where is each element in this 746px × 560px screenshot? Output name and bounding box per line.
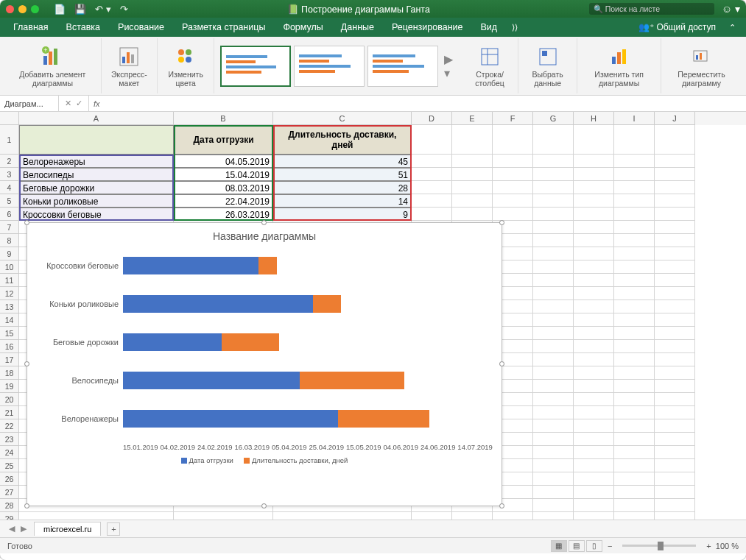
- col-A[interactable]: A: [19, 112, 174, 125]
- styles-next-icon[interactable]: ▶▾: [441, 46, 456, 87]
- resize-handle[interactable]: [24, 503, 29, 508]
- cell-C1[interactable]: Длительность доставки, дней: [273, 125, 412, 155]
- chart-bar-series2[interactable]: [258, 257, 277, 274]
- view-normal-icon[interactable]: ▦: [551, 540, 567, 552]
- chart-category-label: Велосипеды: [33, 376, 119, 385]
- chart-bar-series1[interactable]: [123, 333, 222, 351]
- cell-C5[interactable]: 14: [273, 194, 412, 208]
- resize-handle[interactable]: [499, 220, 504, 225]
- chart-object[interactable]: Название диаграммы Кроссовки беговые Кон…: [27, 222, 502, 506]
- cell-C6[interactable]: 9: [273, 208, 412, 221]
- move-chart-button[interactable]: Переместить диаграмму: [661, 38, 742, 93]
- col-I[interactable]: I: [614, 112, 655, 125]
- cell-C3[interactable]: 51: [273, 168, 412, 181]
- redo-icon[interactable]: ↷: [120, 4, 128, 15]
- tab-first-icon[interactable]: ◀: [6, 524, 18, 534]
- resize-handle[interactable]: [24, 220, 29, 225]
- grid[interactable]: A B C D E F G H I J 1 Дата отгрузки Длит…: [0, 112, 746, 520]
- chart-bar-series1[interactable]: [123, 295, 313, 313]
- sheet-tab-1[interactable]: microexcel.ru: [34, 522, 101, 536]
- zoom-in-button[interactable]: +: [706, 542, 711, 550]
- name-box[interactable]: Диаграм...: [0, 96, 59, 111]
- chart-bar-series1[interactable]: [123, 372, 300, 389]
- cell-C4[interactable]: 28: [273, 181, 412, 194]
- col-H[interactable]: H: [574, 112, 614, 125]
- chart-legend[interactable]: Дата отгрузки Длительность доставки, дне…: [27, 456, 502, 464]
- cell-A6[interactable]: Кроссовки беговые: [19, 208, 174, 221]
- confirm-icon[interactable]: ✓: [76, 99, 82, 108]
- col-J[interactable]: J: [655, 112, 695, 125]
- chart-style-1[interactable]: [220, 46, 291, 87]
- cell-C2[interactable]: 45: [273, 155, 412, 168]
- chart-bar-series2[interactable]: [300, 372, 404, 389]
- menu-view[interactable]: Вид: [474, 19, 505, 35]
- add-chart-element-button[interactable]: + Добавить элемент диаграммы: [4, 38, 102, 93]
- cell-B4[interactable]: 08.03.2019: [174, 181, 273, 194]
- view-page-break-icon[interactable]: ▯: [586, 540, 602, 552]
- view-page-layout-icon[interactable]: ▤: [569, 540, 585, 552]
- save-icon[interactable]: 💾: [74, 4, 86, 15]
- quick-layout-button[interactable]: Экспресс-макет: [102, 38, 158, 93]
- chart-style-2[interactable]: [294, 46, 365, 87]
- autosave-icon[interactable]: 📄: [54, 4, 66, 15]
- col-D[interactable]: D: [412, 112, 452, 125]
- change-chart-type-button[interactable]: Изменить тип диаграммы: [577, 38, 661, 93]
- chart-bar-series1[interactable]: [123, 257, 258, 274]
- col-E[interactable]: E: [452, 112, 493, 125]
- cell-A1[interactable]: [19, 125, 174, 155]
- share-button[interactable]: 👥⁺ Общий доступ: [633, 19, 722, 35]
- cell-B1[interactable]: Дата отгрузки: [174, 125, 273, 155]
- menu-home[interactable]: Главная: [6, 19, 56, 35]
- zoom-slider[interactable]: [622, 545, 696, 547]
- select-data-button[interactable]: Выбрать данные: [518, 38, 578, 93]
- cell-A4[interactable]: Беговые дорожки: [19, 181, 174, 194]
- change-colors-button[interactable]: Изменить цвета: [158, 38, 214, 93]
- search-input[interactable]: 🔍 Поиск на листе: [589, 3, 714, 15]
- zoom-out-button[interactable]: −: [608, 542, 612, 550]
- close-icon[interactable]: [6, 5, 14, 13]
- menu-more-icon[interactable]: ⟩⟩: [507, 23, 522, 32]
- switch-row-col-button[interactable]: Строка/столбец: [462, 38, 518, 93]
- select-data-icon: [536, 45, 560, 68]
- menu-review[interactable]: Рецензирование: [384, 19, 471, 35]
- col-B[interactable]: B: [174, 112, 273, 125]
- menu-insert[interactable]: Вставка: [59, 19, 108, 35]
- maximize-icon[interactable]: [31, 5, 39, 13]
- x-tick: 16.03.2019: [234, 443, 270, 451]
- cell-B2[interactable]: 04.05.2019: [174, 155, 273, 168]
- chart-category-label: Кроссовки беговые: [33, 261, 119, 270]
- undo-icon[interactable]: ↶ ▾: [95, 4, 111, 15]
- col-F[interactable]: F: [493, 112, 533, 125]
- menu-draw[interactable]: Рисование: [110, 19, 172, 35]
- chart-plot-area[interactable]: Кроссовки беговые Коньки роликовые Бегов…: [27, 247, 502, 467]
- cell-B6[interactable]: 26.03.2019: [174, 208, 273, 221]
- chart-bar-series2[interactable]: [222, 333, 279, 351]
- cell-A5[interactable]: Коньки роликовые: [19, 194, 174, 208]
- ribbon-toggle-icon[interactable]: ⌃: [725, 23, 740, 32]
- resize-handle[interactable]: [261, 503, 267, 508]
- minimize-icon[interactable]: [18, 5, 27, 13]
- chart-bar-series1[interactable]: [123, 410, 338, 428]
- tab-prev-icon[interactable]: ▶: [18, 524, 29, 534]
- col-G[interactable]: G: [533, 112, 574, 125]
- menu-page-layout[interactable]: Разметка страницы: [175, 19, 272, 35]
- col-C[interactable]: C: [273, 112, 412, 125]
- chart-bar-series2[interactable]: [313, 295, 341, 313]
- menu-formulas[interactable]: Формулы: [275, 19, 330, 35]
- statusbar: Готово ▦ ▤ ▯ − + 100 %: [0, 537, 746, 553]
- resize-handle[interactable]: [499, 503, 504, 508]
- resize-handle[interactable]: [261, 220, 267, 225]
- cell-A2[interactable]: Велоренажеры: [19, 155, 174, 168]
- cell-A3[interactable]: Велосипеды: [19, 168, 174, 181]
- zoom-level[interactable]: 100 %: [716, 542, 739, 550]
- cell-B5[interactable]: 22.04.2019: [174, 194, 273, 208]
- cell-B3[interactable]: 15.04.2019: [174, 168, 273, 181]
- feedback-icon[interactable]: ☺ ▾: [722, 3, 740, 15]
- chart-style-3[interactable]: [367, 46, 438, 87]
- add-sheet-button[interactable]: +: [107, 522, 120, 536]
- chart-bar-series2[interactable]: [338, 410, 429, 428]
- cancel-icon[interactable]: ✕: [65, 99, 71, 108]
- chart-title[interactable]: Название диаграммы: [27, 223, 502, 247]
- svg-rect-18: [612, 57, 616, 64]
- menu-data[interactable]: Данные: [334, 19, 381, 35]
